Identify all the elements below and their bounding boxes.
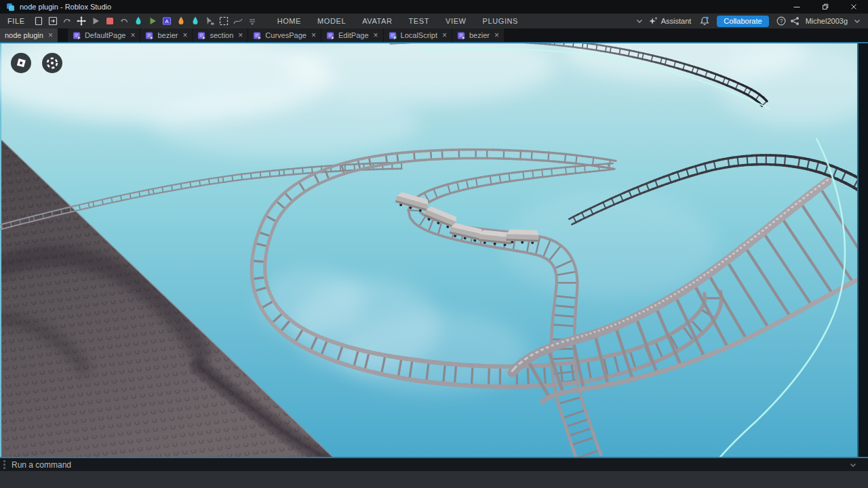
menu-model[interactable]: MODEL bbox=[309, 17, 354, 25]
region-select-icon[interactable] bbox=[217, 16, 231, 26]
tab-label: DefaultPage bbox=[85, 31, 126, 39]
tab-label: section bbox=[210, 31, 233, 39]
tab-section-3[interactable]: section× bbox=[193, 28, 248, 42]
roblox-studio-app-icon bbox=[6, 3, 15, 12]
menu-plugins[interactable]: PLUGINS bbox=[475, 17, 527, 25]
share-icon[interactable] bbox=[788, 16, 802, 26]
tab-bezier-7[interactable]: bezier× bbox=[452, 28, 504, 42]
roblox-logo-button[interactable] bbox=[11, 53, 31, 73]
module-script-icon bbox=[145, 31, 154, 40]
move-tool-icon[interactable] bbox=[75, 16, 89, 26]
module-script-icon bbox=[197, 31, 206, 40]
module-script-icon bbox=[326, 31, 335, 40]
assistant-label[interactable]: Assistant bbox=[661, 17, 692, 25]
viewport-canvas[interactable] bbox=[0, 43, 868, 457]
tab-defaultpage-1[interactable]: DefaultPage× bbox=[68, 28, 140, 42]
username-label[interactable]: Michel2003g bbox=[806, 17, 848, 25]
tab-label: bezier bbox=[157, 31, 178, 39]
command-bar: Run a command bbox=[0, 457, 868, 471]
menu-view[interactable]: VIEW bbox=[437, 17, 475, 25]
svg-text:A: A bbox=[165, 18, 169, 24]
user-menu-chevron-icon[interactable] bbox=[850, 16, 864, 26]
tab-localscript-6[interactable]: LocalScript× bbox=[384, 28, 452, 42]
open-file-icon[interactable] bbox=[46, 16, 60, 26]
window-titlebar: node plugin - Roblox Studio bbox=[0, 0, 868, 14]
module-script-icon bbox=[253, 31, 262, 40]
window-title: node plugin - Roblox Studio bbox=[20, 3, 111, 11]
tab-bezier-2[interactable]: bezier× bbox=[140, 28, 192, 42]
new-file-icon[interactable] bbox=[32, 16, 46, 26]
tab-label: bezier bbox=[469, 31, 490, 39]
document-tab-bar: node plugin×DefaultPage×bezier×section×C… bbox=[0, 28, 868, 42]
command-bar-drag-handle[interactable] bbox=[3, 460, 5, 469]
svg-text:?: ? bbox=[779, 18, 783, 24]
maximize-button[interactable] bbox=[811, 0, 840, 14]
selector-camera-icon[interactable] bbox=[203, 16, 217, 26]
toolbar-overflow-icon[interactable] bbox=[245, 16, 260, 26]
help-icon[interactable]: ? bbox=[774, 16, 788, 26]
tab-label: EditPage bbox=[338, 31, 369, 39]
tab-close-icon[interactable]: × bbox=[442, 31, 447, 39]
tab-close-icon[interactable]: × bbox=[494, 31, 499, 39]
curve-tool-icon[interactable] bbox=[231, 16, 245, 26]
roblox-logo-icon bbox=[15, 57, 27, 69]
tab-label: CurvesPage bbox=[265, 31, 307, 39]
tab-label: node plugin bbox=[5, 31, 43, 39]
view-selector-button[interactable] bbox=[42, 53, 62, 73]
teal-droplet-icon[interactable] bbox=[132, 16, 146, 26]
local-script-icon bbox=[389, 31, 397, 40]
tab-close-icon[interactable]: × bbox=[48, 31, 53, 39]
minimize-button[interactable] bbox=[783, 0, 811, 14]
close-button[interactable] bbox=[840, 0, 868, 14]
tab-close-icon[interactable]: × bbox=[311, 31, 316, 39]
undo-icon[interactable] bbox=[117, 16, 132, 26]
screenshot-icon[interactable]: A bbox=[160, 16, 174, 26]
play-icon[interactable] bbox=[89, 16, 103, 26]
command-input[interactable]: Run a command bbox=[12, 460, 71, 470]
menu-test[interactable]: TEST bbox=[401, 17, 438, 25]
view-selector-icon bbox=[45, 56, 59, 70]
status-bar bbox=[0, 471, 868, 488]
menu-home[interactable]: HOME bbox=[269, 17, 309, 25]
notifications-bell-icon[interactable] bbox=[698, 16, 711, 26]
tab-close-icon[interactable]: × bbox=[238, 31, 243, 39]
run-script-icon[interactable] bbox=[146, 16, 160, 26]
roblox-studio-window: node plugin - Roblox Studio FILE A HOMEM… bbox=[0, 0, 868, 488]
3d-viewport[interactable] bbox=[0, 42, 868, 457]
collaborate-button[interactable]: Collaborate bbox=[717, 16, 768, 27]
tab-editpage-5[interactable]: EditPage× bbox=[321, 28, 383, 42]
quick-access-toolbar: A bbox=[32, 16, 260, 26]
redo-icon[interactable] bbox=[60, 16, 75, 26]
tab-node-plugin-0[interactable]: node plugin× bbox=[0, 28, 58, 42]
tab-close-icon[interactable]: × bbox=[130, 31, 135, 39]
command-bar-chevron-icon[interactable] bbox=[848, 460, 859, 470]
file-menu-button[interactable]: FILE bbox=[0, 17, 32, 25]
module-script-icon bbox=[457, 31, 466, 40]
orange-droplet-icon[interactable] bbox=[174, 16, 189, 26]
viewport-right-edge bbox=[857, 43, 868, 457]
window-controls bbox=[783, 0, 868, 14]
tab-close-icon[interactable]: × bbox=[182, 31, 187, 39]
ribbon-collapse-chevron-icon[interactable] bbox=[633, 16, 646, 26]
tab-label: LocalScript bbox=[401, 31, 437, 39]
ribbon-menus: HOMEMODELAVATARTESTVIEWPLUGINS bbox=[269, 17, 526, 25]
tab-curvespage-4[interactable]: CurvesPage× bbox=[248, 28, 321, 42]
stop-icon[interactable] bbox=[103, 16, 117, 26]
menu-bar: FILE A HOMEMODELAVATARTESTVIEWPLUGINS As… bbox=[0, 14, 868, 28]
menubar-right-cluster: Assistant Collaborate ? Michel2003g bbox=[633, 16, 868, 27]
assistant-sparkle-icon[interactable] bbox=[646, 16, 660, 26]
teal-droplet-icon-2[interactable] bbox=[189, 16, 203, 26]
module-script-icon bbox=[73, 31, 81, 40]
tab-close-icon[interactable]: × bbox=[374, 31, 378, 39]
menu-avatar[interactable]: AVATAR bbox=[354, 17, 400, 25]
